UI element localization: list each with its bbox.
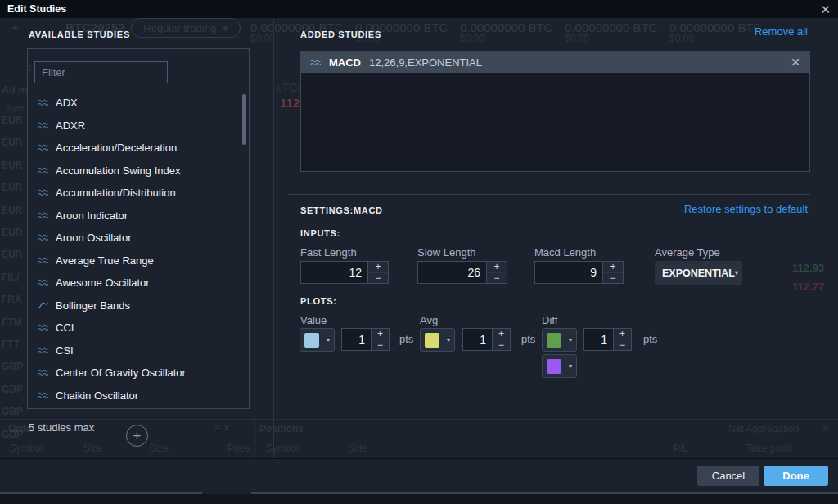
- diff2-color-swatch: [547, 359, 561, 374]
- caret-down-icon: ▾: [569, 362, 572, 370]
- settings-heading: SETTINGS:MACD: [300, 205, 383, 215]
- diff-unit: pts: [643, 333, 657, 345]
- value-width-input[interactable]: 1 +−: [341, 328, 390, 351]
- avg-width-input[interactable]: 1 +−: [462, 328, 511, 351]
- fast-length-stepper: +−: [367, 262, 388, 283]
- remove-study-icon[interactable]: ✕: [791, 56, 800, 68]
- study-label: Aroon Oscillator: [56, 232, 131, 244]
- study-label: Accumulation/Distribution: [56, 187, 176, 199]
- study-item[interactable]: Bollinger Bands: [28, 295, 241, 317]
- plot-value-label: Value: [300, 314, 327, 326]
- study-label: ADXR: [56, 119, 85, 132]
- added-study-name: MACD: [329, 56, 361, 69]
- study-item[interactable]: Acceleration/Deceleration: [28, 137, 241, 160]
- study-item[interactable]: Awesome Oscillator: [28, 272, 241, 295]
- dialog-titlebar: Edit Studies ✕: [0, 0, 838, 18]
- wave-icon: [38, 368, 48, 377]
- plots-heading: PLOTS:: [300, 296, 337, 306]
- study-label: Chaikin Oscillator: [56, 389, 138, 402]
- slow-length-input[interactable]: 26 +−: [417, 261, 507, 284]
- diff2-color-select[interactable]: ▾: [542, 354, 577, 378]
- edit-studies-dialog: Edit Studies ✕ AVAILABLE STUDIES ADXADXR…: [0, 0, 838, 504]
- decrement-button[interactable]: −: [487, 273, 507, 284]
- increment-button[interactable]: +: [372, 329, 389, 340]
- diff-width-stepper: +−: [613, 329, 631, 350]
- wave-icon: [38, 323, 48, 332]
- value-width[interactable]: 1: [342, 329, 371, 350]
- study-item[interactable]: CSI: [28, 340, 241, 362]
- decrement-button[interactable]: −: [493, 340, 510, 351]
- dialog-close-icon[interactable]: ✕: [820, 3, 831, 16]
- studies-max-note: 5 studies max: [29, 421, 94, 434]
- wave-icon: [38, 256, 48, 265]
- macd-length-label: Macd Length: [534, 246, 596, 259]
- fast-length-label: Fast Length: [300, 246, 357, 259]
- increment-button[interactable]: +: [614, 329, 631, 340]
- caret-down-icon: ▾: [735, 269, 738, 277]
- average-type-label: Average Type: [655, 246, 720, 259]
- decrement-button[interactable]: −: [614, 340, 631, 351]
- diff-width[interactable]: 1: [584, 329, 613, 350]
- add-study-button[interactable]: +: [126, 425, 148, 447]
- list-scrollbar-thumb[interactable]: [242, 94, 246, 145]
- study-label: Aroon Indicator: [56, 209, 128, 222]
- study-label: CSI: [56, 344, 74, 357]
- wave-icon: [38, 391, 48, 400]
- fast-length-value[interactable]: 12: [301, 262, 367, 283]
- avg-width[interactable]: 1: [463, 329, 492, 350]
- study-label: Acceleration/Deceleration: [56, 142, 177, 154]
- avg-unit: pts: [521, 333, 535, 345]
- caret-down-icon: ▾: [569, 336, 572, 344]
- decrement-button[interactable]: −: [372, 340, 389, 351]
- study-item[interactable]: Average True Range: [28, 250, 241, 272]
- increment-button[interactable]: +: [368, 262, 388, 273]
- diff-width-input[interactable]: 1 +−: [583, 328, 632, 351]
- fast-length-input[interactable]: 12 +−: [300, 261, 389, 284]
- study-item[interactable]: Aroon Indicator: [28, 205, 241, 227]
- added-studies-panel: MACD 12,26,9,EXPONENTIAL ✕: [300, 51, 810, 172]
- restore-defaults-link[interactable]: Restore settings to default: [684, 203, 808, 215]
- increment-button[interactable]: +: [603, 262, 623, 273]
- study-item[interactable]: ADXR: [28, 115, 241, 137]
- study-item[interactable]: Center Of Gravity Oscillator: [28, 362, 241, 385]
- increment-button[interactable]: +: [487, 262, 507, 273]
- value-width-stepper: +−: [371, 329, 389, 350]
- filter-input[interactable]: [34, 61, 168, 83]
- added-study-params: 12,26,9,EXPONENTIAL: [369, 56, 482, 69]
- increment-button[interactable]: +: [493, 329, 510, 340]
- average-type-value: EXPONENTIAL: [662, 268, 735, 279]
- plot-diff-label: Diff: [542, 314, 557, 326]
- edit-studies-modal: + BTC20252 Regular trading ▾ All m T Sym…: [0, 0, 838, 504]
- caret-down-icon: ▾: [327, 336, 330, 344]
- dialog-title: Edit Studies: [7, 3, 66, 15]
- done-button[interactable]: Done: [764, 466, 828, 486]
- average-type-dropdown[interactable]: EXPONENTIAL ▾: [655, 261, 742, 285]
- study-item[interactable]: Accumulation Swing Index: [28, 160, 241, 182]
- remove-all-link[interactable]: Remove all: [755, 25, 808, 38]
- wave-icon: [38, 143, 48, 152]
- curve-icon: [38, 301, 48, 310]
- wave-icon: [38, 278, 48, 287]
- study-item[interactable]: Accumulation/Distribution: [28, 182, 241, 205]
- avg-color-select[interactable]: ▾: [420, 328, 455, 352]
- inputs-heading: INPUTS:: [300, 228, 340, 238]
- slow-length-value[interactable]: 26: [418, 262, 486, 283]
- macd-length-input[interactable]: 9 +−: [534, 261, 624, 284]
- diff-color-select[interactable]: ▾: [542, 328, 577, 352]
- study-item[interactable]: ADX: [28, 92, 241, 115]
- added-study-row[interactable]: MACD 12,26,9,EXPONENTIAL ✕: [301, 52, 809, 73]
- macd-length-value[interactable]: 9: [535, 262, 602, 283]
- decrement-button[interactable]: −: [603, 273, 623, 284]
- study-item[interactable]: CCI: [28, 317, 241, 340]
- wave-icon: [38, 166, 48, 175]
- decrement-button[interactable]: −: [368, 273, 388, 284]
- cancel-button[interactable]: Cancel: [697, 466, 759, 486]
- study-item[interactable]: Chaikin Oscillator: [28, 385, 241, 407]
- wave-icon: [38, 121, 48, 130]
- avg-width-stepper: +−: [492, 329, 510, 350]
- slow-length-stepper: +−: [486, 262, 507, 283]
- wave-icon: [310, 58, 321, 67]
- studies-list: ADXADXRAcceleration/DecelerationAccumula…: [28, 92, 241, 407]
- study-item[interactable]: Aroon Oscillator: [28, 227, 241, 250]
- value-color-select[interactable]: ▾: [300, 328, 335, 352]
